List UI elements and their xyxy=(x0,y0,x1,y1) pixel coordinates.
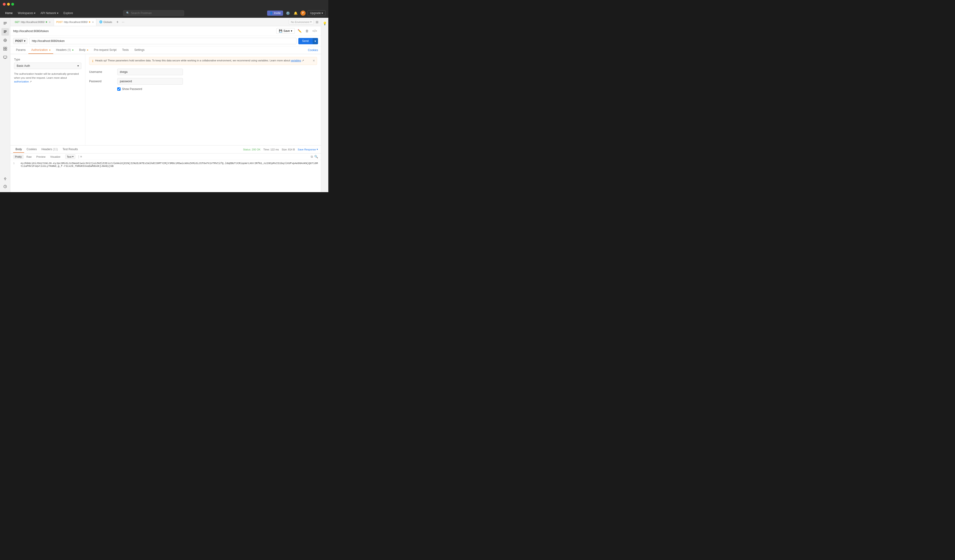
sidebar-icon-collection[interactable] xyxy=(2,20,9,27)
password-input[interactable] xyxy=(117,78,183,84)
tab-post[interactable]: POST http://localhost:8080/ ✕ xyxy=(54,18,96,26)
auth-left: Type Basic Auth ▾ The authorization head… xyxy=(10,54,85,145)
resp-tab-cookies[interactable]: Cookies xyxy=(24,146,39,153)
search-input[interactable] xyxy=(131,11,181,15)
sidebar-icon-flows[interactable] xyxy=(2,175,9,183)
search-response-icon[interactable]: 🔍 xyxy=(314,155,318,159)
svg-rect-7 xyxy=(5,49,7,50)
traffic-lights xyxy=(3,3,14,6)
type-select[interactable]: Basic Auth ▾ xyxy=(14,62,81,69)
edit-icon[interactable]: ✏️ xyxy=(297,28,302,33)
show-password-row: Show Password xyxy=(117,87,317,90)
bell-icon[interactable]: 🔔 xyxy=(293,10,299,16)
add-tab-button[interactable]: + xyxy=(115,19,120,25)
tabs-bar: GET http://localhost:8080/ ✕ POST http:/… xyxy=(10,18,321,26)
url-input[interactable] xyxy=(29,38,296,44)
response-area: Body Cookies Headers (11) Test Results S… xyxy=(10,145,321,192)
tab-tests[interactable]: Tests xyxy=(119,47,132,54)
copy-icon[interactable]: ⧉ xyxy=(311,155,313,159)
nav-api-network[interactable]: API Network ▾ xyxy=(38,11,61,16)
nav-home[interactable]: Home xyxy=(3,11,15,16)
sidebar xyxy=(0,18,10,192)
resp-sub-tab-pretty[interactable]: Pretty xyxy=(13,154,24,159)
cookies-link[interactable]: Cookies xyxy=(308,48,318,52)
auth-content: Type Basic Auth ▾ The authorization head… xyxy=(10,54,321,145)
request-tabs: Params Authorization Headers (9) Body Pr… xyxy=(10,47,321,54)
format-select[interactable]: Text ▾ xyxy=(65,154,75,159)
body-dot xyxy=(87,50,88,51)
password-field-row: Password xyxy=(89,78,317,84)
avatar[interactable]: P xyxy=(301,11,305,16)
tab-dot-get xyxy=(46,21,47,23)
code-icon[interactable]: </> xyxy=(312,28,318,33)
sidebar-icon-mock[interactable] xyxy=(2,45,9,53)
save-button[interactable]: 💾 Save ▾ xyxy=(276,28,294,34)
resp-tab-body[interactable]: Body xyxy=(13,146,24,153)
sidebar-icon-monitor[interactable] xyxy=(2,53,9,61)
tab-globals[interactable]: 🌐 Globals xyxy=(97,18,114,26)
maximize-button[interactable] xyxy=(11,3,14,6)
resp-status: Status: 200 OK Time: 122 ms Size: 814 B … xyxy=(243,148,318,151)
app-body: GET http://localhost:8080/ ✕ POST http:/… xyxy=(0,18,328,192)
save-response-button[interactable]: Save Response ▾ xyxy=(297,148,318,151)
send-dropdown[interactable]: ▾ xyxy=(312,38,318,44)
tab-get[interactable]: GET http://localhost:8080/ ✕ xyxy=(12,18,53,26)
delete-icon[interactable]: 🗑 xyxy=(304,28,310,33)
resp-tab-headers[interactable]: Headers (11) xyxy=(39,146,60,153)
send-group: Send ▾ xyxy=(298,38,318,44)
show-password-label[interactable]: Show Password xyxy=(122,87,142,90)
resp-tab-test-results[interactable]: Test Results xyxy=(60,146,80,153)
nav-workspaces[interactable]: Workspaces ▾ xyxy=(16,11,38,16)
response-size: Size: 814 B xyxy=(282,148,295,151)
environment-selector[interactable]: No Environment ▾ xyxy=(289,19,314,25)
method-select[interactable]: POST ▾ xyxy=(13,38,27,44)
sidebar-icon-env[interactable] xyxy=(2,37,9,44)
right-icon-bulb[interactable]: 💡 xyxy=(321,20,329,27)
send-button[interactable]: Send xyxy=(298,38,312,44)
tab-authorization[interactable]: Authorization xyxy=(28,47,53,54)
response-line-1: 1 eyJhbGciOiJSUzI1NiJ9.eyJpc3MiOiJzZWxmI… xyxy=(13,162,318,167)
sidebar-icon-api[interactable] xyxy=(2,28,9,36)
close-button[interactable] xyxy=(3,3,6,6)
resp-sub-tab-visualize[interactable]: Visualize xyxy=(48,154,63,159)
info-icon: ℹ xyxy=(92,59,93,63)
svg-rect-6 xyxy=(3,49,5,50)
status-badge: Status: 200 OK xyxy=(243,148,261,151)
username-field-row: Username xyxy=(89,69,317,75)
tab-close-post[interactable]: ✕ xyxy=(92,21,94,23)
invite-button[interactable]: 👤 Invite xyxy=(267,11,283,16)
show-password-checkbox[interactable] xyxy=(117,87,121,90)
svg-rect-2 xyxy=(3,24,6,24)
line-number: 1 xyxy=(13,162,18,167)
url-bar: POST ▾ Send ▾ xyxy=(10,36,321,47)
settings-icon[interactable]: ⚙️ xyxy=(285,10,291,16)
tab-params[interactable]: Params xyxy=(13,47,28,54)
upgrade-button[interactable]: Upgrade ▾ xyxy=(307,10,326,16)
banner-close-button[interactable]: ✕ xyxy=(313,59,315,62)
nav-explore[interactable]: Explore xyxy=(61,11,75,16)
tab-headers[interactable]: Headers (9) xyxy=(53,47,77,54)
tab-close-get[interactable]: ✕ xyxy=(49,21,51,23)
request-area: http://localhost:8080/token 💾 Save ▾ ✏️ … xyxy=(10,26,321,192)
auth-link[interactable]: authorization xyxy=(14,80,29,83)
beautify-icon[interactable]: ⋮≡ xyxy=(77,155,82,158)
username-input[interactable] xyxy=(117,69,183,75)
sidebar-icon-history[interactable] xyxy=(2,183,9,190)
resp-sub-tab-preview[interactable]: Preview xyxy=(34,154,47,159)
variables-link[interactable]: variables xyxy=(291,59,301,62)
tab-dot-post xyxy=(89,21,90,23)
response-body: 1 eyJhbGciOiJSUzI1NiJ9.eyJpc3MiOiJzZWxmI… xyxy=(10,160,321,192)
type-label: Type xyxy=(14,58,81,61)
search-bar[interactable]: 🔍 xyxy=(123,10,184,16)
minimize-button[interactable] xyxy=(7,3,10,6)
svg-rect-0 xyxy=(3,22,7,22)
layout-icon[interactable]: ⊞ xyxy=(315,20,319,24)
tab-settings[interactable]: Settings xyxy=(132,47,147,54)
nav-right: 👤 Invite ⚙️ 🔔 P Upgrade ▾ xyxy=(267,10,326,16)
tab-body[interactable]: Body xyxy=(76,47,91,54)
more-tabs-button[interactable]: ··· xyxy=(120,20,126,24)
request-header-actions: 💾 Save ▾ ✏️ 🗑 </> xyxy=(276,28,318,34)
tab-pre-request[interactable]: Pre-request Script xyxy=(91,47,119,54)
svg-rect-8 xyxy=(3,56,7,58)
resp-sub-tab-raw[interactable]: Raw xyxy=(25,154,33,159)
